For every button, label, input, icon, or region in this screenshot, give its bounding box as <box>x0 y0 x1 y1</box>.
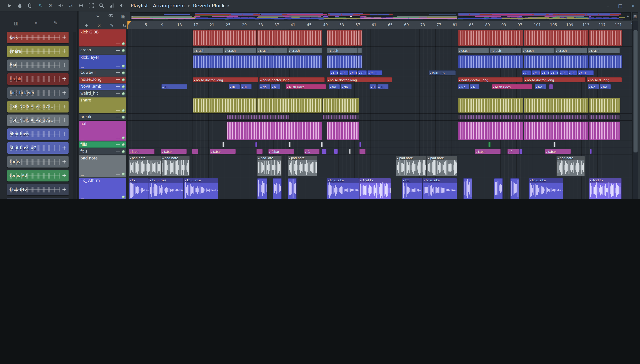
pan-icon[interactable] <box>116 42 120 46</box>
pan-icon[interactable] <box>116 115 120 119</box>
mute-led[interactable] <box>122 116 125 119</box>
mute-led[interactable] <box>122 173 125 176</box>
clip[interactable] <box>357 48 362 54</box>
picker-item[interactable]: shot bass <box>7 128 69 140</box>
mute-led[interactable] <box>122 78 125 81</box>
pan-icon[interactable] <box>116 92 120 95</box>
track-lane[interactable] <box>127 90 632 97</box>
pan-icon[interactable] <box>63 146 66 150</box>
clip[interactable]: ▸Mish rides <box>286 84 326 90</box>
fullscreen-icon[interactable] <box>88 2 94 8</box>
pan-icon[interactable] <box>63 77 66 80</box>
pan-icon[interactable] <box>63 104 66 108</box>
clip[interactable]: ▸Ri.. <box>241 84 252 90</box>
clip[interactable]: ▸crash <box>588 48 620 54</box>
pan-icon[interactable] <box>116 85 120 88</box>
clip[interactable]: ▸C..l <box>550 70 559 76</box>
chevron-right-icon[interactable]: ▸ <box>228 3 230 8</box>
clip[interactable] <box>589 55 622 68</box>
clip[interactable] <box>322 98 359 113</box>
clip[interactable]: ▸noise doctor_long <box>458 77 523 82</box>
draw-tool-icon[interactable]: ✎ <box>109 22 115 28</box>
clip[interactable]: ▸crash <box>326 48 359 54</box>
clip[interactable]: ▸Ri.. <box>229 84 240 90</box>
clip[interactable]: ▸Fx_ <box>402 178 422 199</box>
track-header[interactable]: Nova..amb <box>79 84 127 90</box>
pan-icon[interactable] <box>116 150 120 153</box>
clip[interactable]: ▸No.. <box>328 84 340 90</box>
pan-icon[interactable] <box>63 49 66 53</box>
play-icon[interactable]: ▶ <box>7 2 13 8</box>
clip[interactable] <box>326 55 359 68</box>
clip[interactable]: ▸f.. <box>507 149 520 154</box>
clip[interactable]: ▸pad note <box>288 156 317 176</box>
clip[interactable]: ▸C..l <box>541 70 550 76</box>
track-options[interactable]: ... <box>81 173 84 176</box>
clip[interactable] <box>458 98 523 113</box>
clip[interactable] <box>463 178 472 199</box>
delete-icon[interactable]: × <box>96 22 102 28</box>
clip[interactable] <box>524 55 589 68</box>
track-header[interactable]: crash <box>79 47 127 54</box>
scroll-right-icon[interactable]: ▸ <box>627 14 629 18</box>
clip[interactable] <box>288 178 297 199</box>
clip[interactable]: ▸noise doctor_long <box>326 77 392 82</box>
clip[interactable] <box>359 149 366 154</box>
clip[interactable]: ▸noise doctor_long <box>193 77 258 82</box>
fl-logo-icon[interactable] <box>17 2 23 8</box>
clip[interactable]: ▸C..l <box>559 70 568 76</box>
track-options[interactable]: ... <box>81 136 84 140</box>
draw-icon[interactable]: ✎ <box>37 2 43 8</box>
clip[interactable] <box>257 30 322 46</box>
clip[interactable] <box>524 115 589 120</box>
clip[interactable]: ▸crash <box>490 48 522 54</box>
clip[interactable]: ▸N.. <box>470 84 480 90</box>
no-snap-icon[interactable]: ⊘ <box>47 2 53 8</box>
clip[interactable] <box>458 30 523 46</box>
clip[interactable]: ▸crash <box>458 48 489 54</box>
monitor-speaker-icon[interactable] <box>119 2 125 8</box>
clip[interactable] <box>357 30 362 46</box>
add-pattern-icon[interactable]: + <box>84 22 90 28</box>
clip[interactable] <box>273 178 282 199</box>
clip[interactable] <box>257 98 322 113</box>
clip[interactable] <box>549 84 553 90</box>
clip[interactable] <box>510 178 519 199</box>
clip[interactable]: ▸f..bar <box>268 149 294 154</box>
pan-icon[interactable] <box>116 64 120 68</box>
pan-icon[interactable] <box>116 136 120 140</box>
link-icon[interactable] <box>108 13 114 20</box>
clip[interactable]: ▸f..bar <box>545 149 571 154</box>
clip[interactable]: ▸noise d..long <box>587 77 622 82</box>
overview-strip[interactable]: ◂ ▸ <box>130 12 631 20</box>
pan-icon[interactable] <box>63 132 66 136</box>
pan-icon[interactable] <box>63 36 66 39</box>
clip[interactable]: ▸C..l <box>349 70 357 76</box>
vertical-scrollbar[interactable] <box>632 21 638 199</box>
clip[interactable]: ▸No.. <box>535 84 546 90</box>
clip[interactable] <box>589 115 620 120</box>
clip[interactable]: ▸crash <box>522 48 555 54</box>
scrollbar-thumb[interactable] <box>633 30 637 152</box>
clip[interactable] <box>289 142 291 147</box>
meter-icon[interactable] <box>109 2 115 8</box>
clip[interactable]: ▸C..ll <box>568 70 577 76</box>
scroll-left-icon[interactable]: ◂ <box>131 14 133 18</box>
track-header[interactable]: break <box>79 114 127 121</box>
mute-led[interactable] <box>122 143 125 146</box>
clip[interactable] <box>193 98 257 113</box>
clip[interactable] <box>519 149 523 154</box>
clip[interactable]: ▸C..ll <box>577 70 594 76</box>
clip[interactable] <box>589 122 620 140</box>
track-header[interactable]: Cowbell <box>79 70 127 76</box>
clip[interactable]: ▸crash <box>288 48 322 54</box>
clip[interactable]: ▸crash <box>555 48 587 54</box>
picker-item[interactable]: toms <box>7 156 69 168</box>
track-header[interactable]: fills <box>79 142 127 148</box>
pan-icon[interactable] <box>63 188 66 191</box>
pan-icon[interactable] <box>116 78 120 82</box>
clip[interactable] <box>359 142 361 147</box>
clip[interactable]: ▸f..bar <box>129 149 155 154</box>
pan-icon[interactable] <box>116 48 120 52</box>
track-header[interactable]: hat... <box>79 121 127 141</box>
